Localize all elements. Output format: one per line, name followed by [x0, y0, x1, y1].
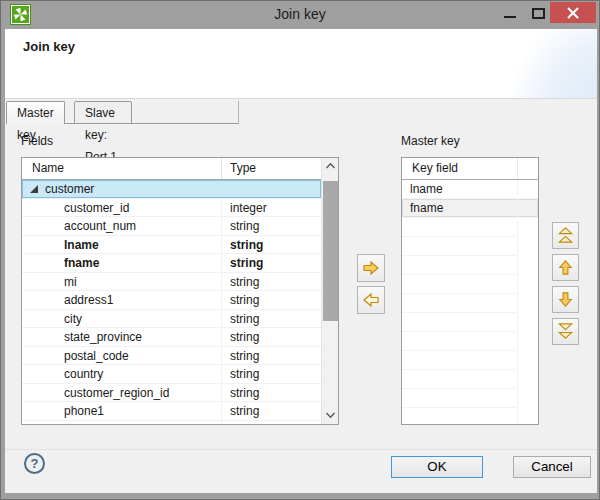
move-to-bottom-button[interactable] [552, 318, 579, 345]
double-up-icon [556, 226, 575, 245]
help-button[interactable]: ? [24, 453, 45, 474]
table-row[interactable]: state_provincestring [22, 328, 321, 347]
master-key-table-body: lname fname [402, 180, 538, 424]
table-row[interactable]: countrystring [22, 365, 321, 384]
button-bar-separator [5, 449, 597, 450]
fields-table-body: customer customer_idinteger account_nums… [22, 180, 321, 423]
vertical-scrollbar[interactable] [321, 158, 338, 424]
arrow-down-icon [556, 290, 575, 309]
table-row[interactable]: phone1string [22, 402, 321, 421]
scroll-up-button[interactable] [322, 158, 339, 175]
close-button[interactable] [550, 2, 596, 23]
table-row[interactable]: customer_region_idstring [22, 384, 321, 403]
cancel-button[interactable]: Cancel [513, 456, 591, 478]
empty-rows [402, 218, 518, 424]
master-key-label: Master key [401, 134, 460, 148]
minimize-button[interactable] [497, 2, 523, 23]
double-down-icon [556, 322, 575, 341]
minimize-icon [504, 16, 516, 18]
tab-slave-key[interactable]: Slave key: Port 1 (slave) [74, 101, 132, 124]
table-row[interactable]: address1string [22, 291, 321, 310]
maximize-button[interactable] [526, 2, 552, 23]
dialog-header-title: Join key [23, 39, 75, 54]
key-row[interactable]: fname [402, 199, 538, 218]
column-header-name[interactable]: Name [22, 158, 222, 179]
maximize-icon [532, 8, 545, 19]
fields-table-header[interactable]: Name Type [22, 158, 338, 180]
master-key-table: Key field lname fname [401, 157, 539, 425]
table-row[interactable]: phone2string [22, 421, 321, 424]
move-down-button[interactable] [552, 286, 579, 313]
scroll-down-button[interactable] [322, 407, 339, 424]
tree-row-label: customer [45, 180, 94, 198]
arrow-right-icon [361, 258, 381, 278]
scrollbar-thumb[interactable] [323, 181, 338, 321]
ok-button[interactable]: OK [391, 456, 483, 478]
remove-from-key-button[interactable] [357, 286, 385, 314]
table-row[interactable]: fnamestring [22, 254, 321, 273]
scroll-up-icon [326, 163, 335, 169]
tab-strip-edge [238, 101, 239, 124]
join-key-dialog: Join key Join key Master key Slave key: … [0, 0, 600, 500]
titlebar[interactable]: Join key [1, 1, 599, 29]
table-row[interactable]: mistring [22, 273, 321, 292]
table-row[interactable]: postal_codestring [22, 347, 321, 366]
table-row[interactable]: lnamestring [22, 236, 321, 255]
fields-table: Name Type customer customer_idinteger ac… [21, 157, 339, 425]
move-up-button[interactable] [552, 254, 579, 281]
key-row[interactable]: lname [402, 180, 538, 199]
master-key-table-header[interactable]: Key field [402, 158, 538, 180]
column-header-key-field[interactable]: Key field [402, 158, 518, 179]
table-row[interactable]: citystring [22, 310, 321, 329]
tab-master-key[interactable]: Master key [6, 101, 65, 124]
dialog-header: Join key [5, 29, 597, 99]
move-to-top-button[interactable] [552, 222, 579, 249]
scroll-down-icon [326, 412, 335, 418]
tree-row-customer[interactable]: customer [22, 180, 321, 199]
arrow-up-icon [556, 258, 575, 277]
table-row[interactable]: account_numstring [22, 217, 321, 236]
table-row[interactable]: customer_idinteger [22, 199, 321, 218]
add-to-key-button[interactable] [357, 254, 385, 282]
close-icon [567, 7, 579, 19]
arrow-left-icon [361, 290, 381, 310]
tree-expander-icon[interactable] [30, 180, 38, 198]
